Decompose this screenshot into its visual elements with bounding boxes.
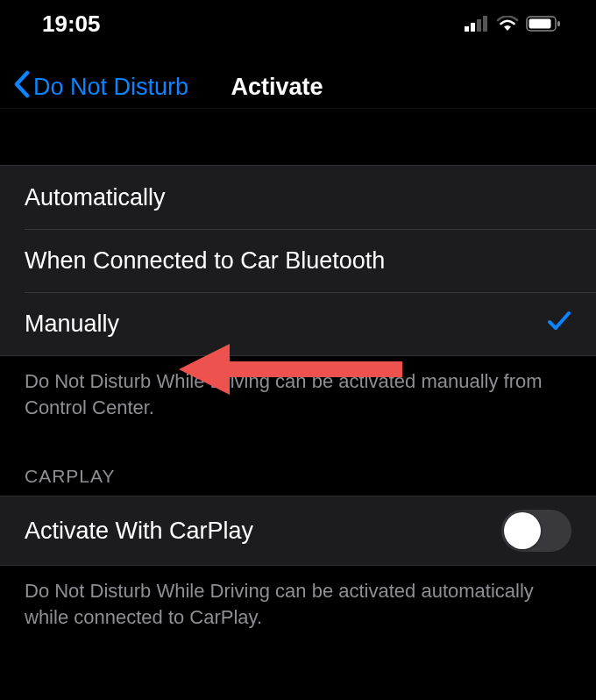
back-label: Do Not Disturb	[33, 74, 188, 101]
activation-footer: Do Not Disturb While Driving can be acti…	[0, 356, 596, 420]
activation-option-automatically[interactable]: Automatically	[0, 166, 596, 229]
toggle-switch[interactable]	[501, 510, 571, 552]
svg-rect-2	[477, 19, 481, 32]
cellular-icon	[465, 11, 489, 38]
svg-rect-0	[465, 26, 469, 32]
toggle-knob	[504, 512, 541, 549]
checkmark-icon	[547, 310, 571, 339]
activation-option-bluetooth[interactable]: When Connected to Car Bluetooth	[0, 229, 596, 292]
svg-rect-3	[483, 16, 487, 32]
status-icons	[465, 11, 561, 38]
spacer	[0, 109, 596, 165]
battery-icon	[526, 11, 561, 38]
cell-label: Manually	[25, 311, 119, 338]
svg-rect-5	[529, 18, 551, 28]
chevron-left-icon	[12, 70, 32, 104]
cell-label: When Connected to Car Bluetooth	[25, 247, 385, 275]
cell-label: Activate With CarPlay	[25, 518, 253, 545]
activation-option-manually[interactable]: Manually	[0, 292, 596, 355]
carplay-footer: Do Not Disturb While Driving can be acti…	[0, 566, 596, 630]
carplay-group: Activate With CarPlay	[0, 496, 596, 566]
wifi-icon	[496, 11, 519, 38]
svg-rect-6	[557, 21, 560, 26]
back-button[interactable]: Do Not Disturb	[0, 70, 188, 104]
svg-rect-1	[471, 23, 475, 32]
activation-group: Automatically When Connected to Car Blue…	[0, 165, 596, 356]
cell-label: Automatically	[25, 184, 166, 211]
status-bar: 19:05	[0, 0, 596, 47]
carplay-section-header: CARPLAY	[0, 420, 596, 496]
nav-bar: Do Not Disturb Activate	[0, 47, 596, 109]
page-title: Activate	[231, 74, 323, 101]
carplay-toggle-row[interactable]: Activate With CarPlay	[0, 496, 596, 565]
status-time: 19:05	[42, 11, 101, 38]
